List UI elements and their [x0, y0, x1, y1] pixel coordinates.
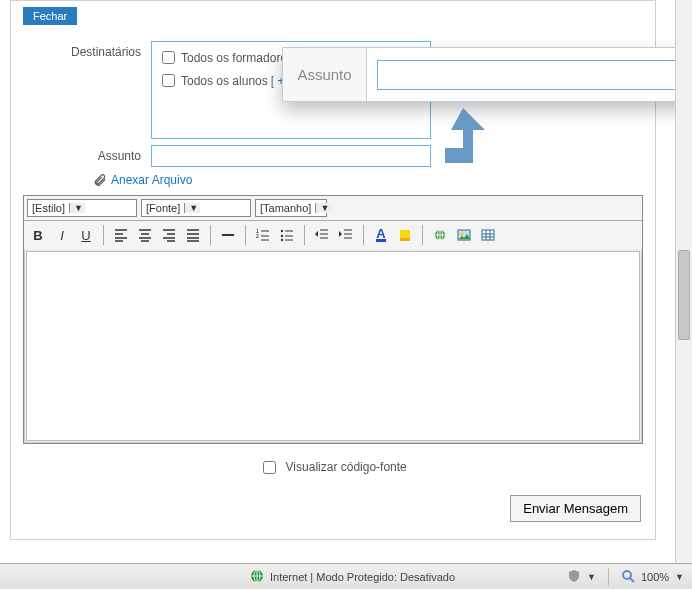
- students-checkbox[interactable]: [162, 74, 175, 87]
- unordered-list-button[interactable]: [276, 224, 298, 246]
- style-combo-label: [Estilo]: [28, 202, 69, 214]
- scrollbar-thumb[interactable]: [678, 250, 690, 340]
- students-label: Todos os alunos: [181, 74, 268, 88]
- ordered-list-button[interactable]: 12: [252, 224, 274, 246]
- security-icon[interactable]: [567, 569, 581, 585]
- svg-point-2: [281, 230, 283, 232]
- underline-button[interactable]: U: [75, 224, 97, 246]
- table-button[interactable]: [477, 224, 499, 246]
- svg-point-3: [281, 235, 283, 237]
- view-source-label: Visualizar código-fonte: [286, 460, 407, 474]
- trainers-label: Todos os formadores: [181, 51, 293, 65]
- italic-button[interactable]: I: [51, 224, 73, 246]
- globe-icon: [250, 569, 264, 585]
- attach-row: Anexar Arquivo: [93, 173, 655, 187]
- separator: [210, 225, 211, 245]
- trainers-checkbox[interactable]: [162, 51, 175, 64]
- image-button[interactable]: [453, 224, 475, 246]
- indent-button[interactable]: [335, 224, 357, 246]
- status-left: Internet | Modo Protegido: Desativado: [0, 569, 455, 585]
- hr-button[interactable]: [217, 224, 239, 246]
- status-right: ▼ 100% ▼: [567, 568, 692, 586]
- svg-rect-11: [482, 230, 494, 240]
- align-right-button[interactable]: [158, 224, 180, 246]
- send-button[interactable]: Enviar Mensagem: [510, 495, 641, 522]
- bold-button[interactable]: B: [27, 224, 49, 246]
- richtext-editor: [Estilo] ▼ [Fonte] ▼ [Tamanho] ▼ B I U: [23, 195, 643, 444]
- recipients-label: Destinatários: [11, 41, 151, 59]
- chevron-down-icon[interactable]: ▼: [587, 572, 596, 582]
- link-button[interactable]: [429, 224, 451, 246]
- callout-subject-label: Assunto: [283, 48, 367, 101]
- svg-rect-6: [400, 238, 410, 241]
- editor-toolbar-combos: [Estilo] ▼ [Fonte] ▼ [Tamanho] ▼: [24, 196, 642, 221]
- paperclip-icon: [93, 173, 107, 187]
- vertical-scrollbar[interactable]: [675, 0, 692, 563]
- svg-point-14: [623, 571, 631, 579]
- svg-rect-5: [400, 230, 410, 238]
- close-button[interactable]: Fechar: [23, 7, 77, 25]
- chevron-down-icon: ▼: [184, 203, 200, 213]
- align-center-button[interactable]: [134, 224, 156, 246]
- align-left-button[interactable]: [110, 224, 132, 246]
- view-source-row: Visualizar código-fonte: [11, 458, 655, 477]
- highlight-color-button[interactable]: [394, 224, 416, 246]
- separator: [304, 225, 305, 245]
- separator: [103, 225, 104, 245]
- status-bar: Internet | Modo Protegido: Desativado ▼ …: [0, 563, 692, 589]
- size-combo[interactable]: [Tamanho] ▼: [255, 199, 327, 217]
- editor-toolbar-buttons: B I U 12: [24, 221, 642, 249]
- chevron-down-icon[interactable]: ▼: [675, 572, 684, 582]
- attach-file-link[interactable]: Anexar Arquivo: [111, 173, 192, 187]
- separator: [245, 225, 246, 245]
- outdent-button[interactable]: [311, 224, 333, 246]
- status-mode-text: Internet | Modo Protegido: Desativado: [270, 571, 455, 583]
- editor-textarea[interactable]: [26, 251, 640, 441]
- align-justify-button[interactable]: [182, 224, 204, 246]
- subject-row: Assunto: [11, 145, 655, 167]
- callout-arrow-icon: [435, 108, 485, 178]
- style-combo[interactable]: [Estilo] ▼: [27, 199, 137, 217]
- font-combo[interactable]: [Fonte] ▼: [141, 199, 251, 217]
- svg-point-10: [461, 233, 464, 236]
- subject-callout: Assunto: [282, 47, 692, 102]
- svg-text:2: 2: [256, 233, 259, 239]
- subject-input[interactable]: [151, 145, 431, 167]
- zoom-icon[interactable]: [621, 569, 635, 585]
- separator: [608, 568, 609, 586]
- callout-subject-input[interactable]: [377, 60, 681, 90]
- chevron-down-icon: ▼: [315, 203, 331, 213]
- view-source-checkbox[interactable]: [263, 461, 276, 474]
- subject-label: Assunto: [11, 145, 151, 163]
- svg-point-4: [281, 239, 283, 241]
- chevron-down-icon: ▼: [69, 203, 85, 213]
- font-combo-label: [Fonte]: [142, 202, 184, 214]
- separator: [363, 225, 364, 245]
- size-combo-label: [Tamanho]: [256, 202, 315, 214]
- zoom-level-text: 100%: [641, 571, 669, 583]
- text-color-button[interactable]: A: [370, 224, 392, 246]
- separator: [422, 225, 423, 245]
